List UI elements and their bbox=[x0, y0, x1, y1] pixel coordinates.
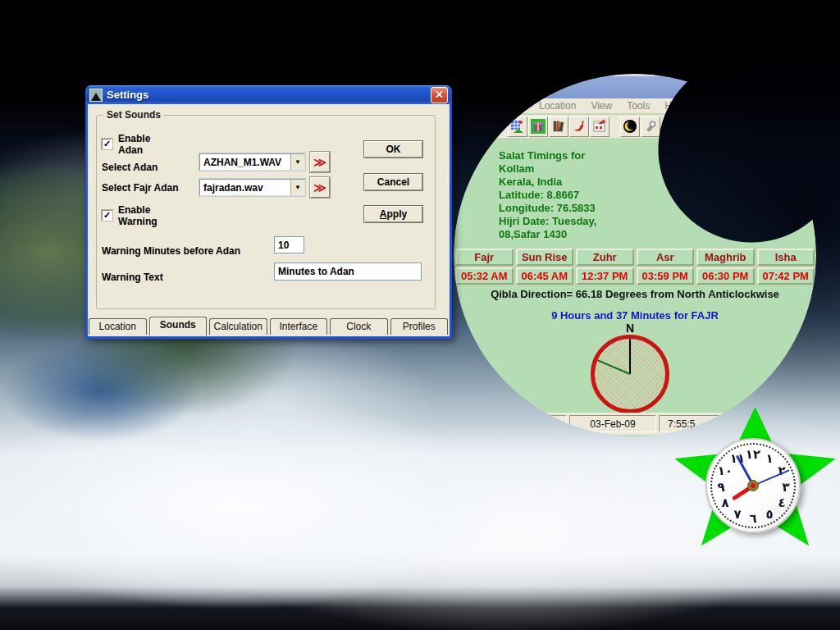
enable-adan-label: Enable Adan bbox=[118, 133, 162, 156]
star-clock-widget[interactable]: ١٢ ١ ٢ ٣ ٤ ٥ ٦ ٧ ٨ ٩ ١٠ ١١ bbox=[671, 407, 839, 555]
prayer-header-asr: Asr bbox=[637, 249, 695, 266]
select-fajr-adan-label: Select Fajr Adan bbox=[102, 182, 179, 194]
info-line: 08,Safar 1430 bbox=[499, 228, 712, 241]
prayer-header-fajr: Fajr bbox=[455, 249, 514, 266]
menu-tools[interactable]: Tools bbox=[627, 100, 650, 112]
select-fajr-adan-value: fajradan.wav bbox=[200, 182, 290, 194]
browse-fajr-adan-button[interactable]: ≫ bbox=[310, 177, 330, 198]
prayer-time-sunrise: 06:45 AM bbox=[516, 267, 574, 285]
analog-clock-face: ١٢ ١ ٢ ٣ ٤ ٥ ٦ ٧ ٨ ٩ ١٠ ١١ bbox=[705, 438, 801, 533]
salat-app-window: Location View Tools Help bbox=[454, 74, 816, 436]
crescent-moon-icon[interactable] bbox=[620, 116, 640, 137]
prayer-time-zuhr: 12:37 PM bbox=[576, 267, 634, 285]
select-fajr-adan-dropdown[interactable]: fajradan.wav ▼ bbox=[199, 179, 305, 196]
ok-button[interactable]: OK bbox=[363, 140, 423, 158]
settings-dialog: Settings ✕ Set Sounds ✓ Enable Adan Sele… bbox=[85, 85, 452, 339]
warning-minutes-input[interactable] bbox=[274, 236, 304, 253]
tab-sounds[interactable]: Sounds bbox=[149, 317, 208, 336]
crescent-moon-glyph bbox=[623, 119, 637, 134]
gift-box-icon[interactable] bbox=[528, 116, 548, 137]
flashlight-icon[interactable] bbox=[641, 116, 660, 137]
cancel-button[interactable]: Cancel bbox=[363, 173, 423, 191]
menu-help[interactable]: Help bbox=[664, 100, 685, 112]
prayer-header-zuhr: Zuhr bbox=[576, 249, 634, 266]
settings-titlebar[interactable]: Settings ✕ bbox=[85, 85, 452, 104]
select-adan-label: Select Adan bbox=[102, 162, 158, 173]
clock-center-hub bbox=[747, 480, 759, 491]
info-line: Salat Timings for bbox=[499, 149, 712, 162]
info-line: Hijri Date: Tuesday, bbox=[499, 215, 712, 228]
clock-numeral-3: ٣ bbox=[782, 480, 789, 495]
tab-clock[interactable]: Clock bbox=[330, 318, 388, 335]
warning-text-input[interactable] bbox=[274, 262, 422, 281]
cancel-button-label: Cancel bbox=[364, 174, 422, 190]
books-glyph bbox=[551, 119, 566, 134]
chili-glyph bbox=[572, 119, 587, 134]
calendar-tools-glyph bbox=[592, 119, 607, 134]
prayer-time-maghrib: 06:30 PM bbox=[696, 267, 755, 285]
prayer-times-table: Fajr Sun Rise Zuhr Asr Maghrib Isha 05:3… bbox=[455, 249, 815, 285]
ok-button-label: OK bbox=[364, 141, 422, 158]
prayer-header-sunrise: Sun Rise bbox=[516, 249, 574, 266]
browse-adan-button[interactable]: ≫ bbox=[310, 152, 330, 172]
qibla-direction-text: Qibla Direction= 66.18 Degrees from Nort… bbox=[454, 288, 816, 300]
enable-adan-checkbox[interactable]: ✓ bbox=[102, 139, 112, 149]
menu-view[interactable]: View bbox=[591, 100, 612, 112]
clock-numeral-9: ٩ bbox=[717, 480, 724, 495]
chevron-down-icon[interactable]: ▼ bbox=[290, 154, 304, 170]
prayer-time-fajr: 05:32 AM bbox=[455, 267, 514, 285]
location-map-glyph bbox=[510, 119, 525, 134]
next-prayer-countdown: 9 Hours and 37 Minutes for FAJR bbox=[454, 309, 816, 322]
info-line: Kollam bbox=[499, 162, 712, 176]
calendar-tools-icon[interactable] bbox=[590, 116, 609, 137]
compass-north-needle bbox=[629, 339, 631, 374]
enable-warning-checkbox[interactable]: ✓ bbox=[102, 210, 112, 221]
prayer-header-maghrib: Maghrib bbox=[696, 249, 755, 266]
clock-numeral-5: ٥ bbox=[765, 507, 773, 522]
clock-numeral-4: ٤ bbox=[778, 495, 785, 510]
flashlight-glyph bbox=[643, 119, 658, 134]
salat-info-block: Salat Timings for Kollam Kerala, India L… bbox=[499, 149, 712, 241]
gift-box-glyph bbox=[531, 119, 546, 134]
info-line: Kerala, India bbox=[499, 176, 712, 189]
compass-qibla-needle bbox=[597, 359, 630, 375]
prayer-time-isha: 07:42 PM bbox=[757, 267, 815, 285]
tab-interface[interactable]: Interface bbox=[270, 318, 328, 335]
close-icon[interactable]: ✕ bbox=[431, 87, 448, 103]
settings-window-icon bbox=[89, 89, 103, 102]
tab-profiles[interactable]: Profiles bbox=[390, 318, 449, 335]
clock-numeral-12: ١٢ bbox=[746, 447, 760, 462]
compass-north-label: N bbox=[622, 322, 638, 335]
select-adan-dropdown[interactable]: AZHAN_M1.WAV ▼ bbox=[199, 153, 305, 171]
apply-button-label: Apply bbox=[364, 206, 422, 222]
settings-title: Settings bbox=[107, 89, 431, 101]
tab-calculation[interactable]: Calculation bbox=[209, 318, 267, 335]
clock-numeral-7: ٧ bbox=[733, 507, 741, 522]
enable-warning-label: Enable Warning bbox=[118, 204, 167, 227]
qibla-compass bbox=[591, 335, 669, 413]
clock-numeral-8: ٨ bbox=[721, 495, 728, 510]
settings-tab-row: Location Sounds Calculation Interface Cl… bbox=[89, 318, 448, 336]
settings-body: Set Sounds ✓ Enable Adan Select Adan AZH… bbox=[85, 104, 452, 339]
desktop: Location View Tools Help bbox=[0, 0, 840, 630]
books-icon[interactable] bbox=[549, 116, 568, 137]
tab-location[interactable]: Location bbox=[89, 318, 147, 335]
prayer-header-isha: Isha bbox=[757, 249, 815, 266]
info-line: Longitude: 76.5833 bbox=[499, 202, 712, 215]
warning-minutes-label: Warning Minutes before Adan bbox=[102, 245, 240, 257]
chevron-down-icon[interactable]: ▼ bbox=[290, 180, 304, 195]
warning-text-label: Warning Text bbox=[102, 272, 163, 283]
clock-numeral-1: ١ bbox=[765, 451, 773, 466]
select-adan-value: AZHAN_M1.WAV bbox=[200, 157, 290, 168]
info-line: Latitude: 8.8667 bbox=[499, 189, 712, 202]
group-title: Set Sounds bbox=[103, 109, 164, 121]
apply-button[interactable]: Apply bbox=[363, 205, 423, 223]
chili-icon[interactable] bbox=[569, 116, 589, 137]
clock-numeral-6: ٦ bbox=[749, 511, 756, 526]
menu-location[interactable]: Location bbox=[539, 100, 576, 112]
prayer-time-asr: 03:59 PM bbox=[637, 267, 695, 285]
